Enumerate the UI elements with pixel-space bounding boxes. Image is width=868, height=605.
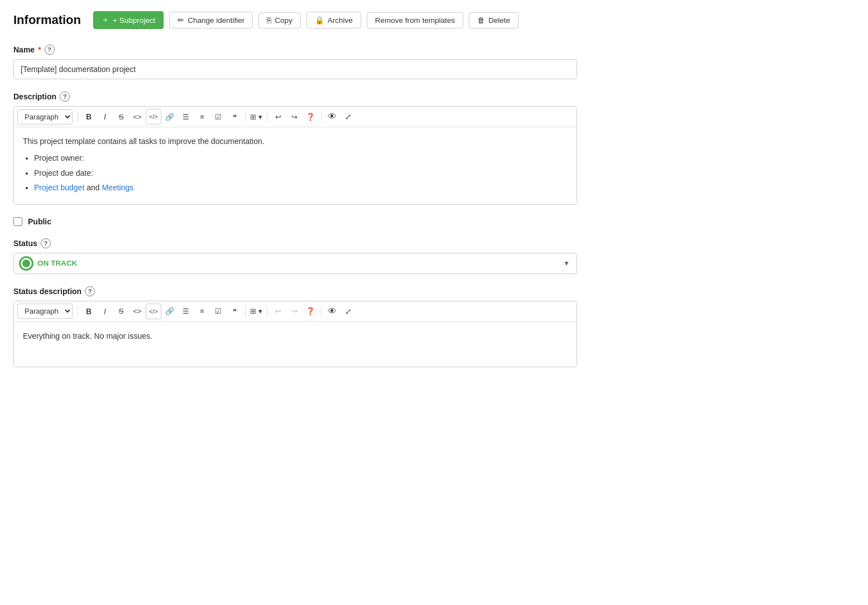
- fullscreen-button[interactable]: ⤢: [341, 109, 356, 124]
- name-label: Name * ?: [13, 45, 855, 55]
- sd-code-block-button[interactable]: </>: [146, 304, 161, 319]
- chevron-down-icon: ▼: [563, 260, 570, 267]
- blockquote-button[interactable]: ❝: [227, 109, 242, 124]
- bold-button[interactable]: B: [81, 109, 97, 124]
- sd-undo-button[interactable]: ↩: [270, 304, 286, 319]
- status-description-toolbar: Paragraph Heading 1 Heading 2 Heading 3 …: [14, 301, 577, 322]
- sd-unordered-list-button[interactable]: ☰: [178, 304, 194, 319]
- task-list-button[interactable]: ☑: [210, 109, 226, 124]
- status-description-section: Status description ? Paragraph Heading 1…: [13, 286, 855, 367]
- sd-code-button[interactable]: <>: [130, 304, 145, 319]
- redo-button[interactable]: ↪: [286, 109, 302, 124]
- meetings-link[interactable]: Meetings: [102, 183, 133, 192]
- sd-task-list-button[interactable]: ☑: [210, 304, 226, 319]
- sd-table-button[interactable]: ⊞ ▾: [248, 304, 264, 319]
- name-section: Name * ?: [13, 45, 855, 79]
- name-input[interactable]: [13, 59, 577, 79]
- plus-icon: ＋: [102, 15, 109, 25]
- list-item-budget: Project budget and Meetings: [34, 181, 568, 194]
- help-button[interactable]: ❓: [303, 109, 318, 124]
- archive-button[interactable]: 🔒 Archive: [306, 12, 361, 28]
- list-item-due-date: Project due date:: [34, 167, 568, 179]
- toolbar-divider-2: [245, 111, 246, 122]
- sd-redo-button[interactable]: ↪: [286, 304, 302, 319]
- toolbar-divider-3: [267, 111, 267, 122]
- delete-button[interactable]: 🗑 Delete: [469, 12, 519, 28]
- project-budget-link[interactable]: Project budget: [34, 183, 84, 192]
- sd-link-button[interactable]: 🔗: [162, 304, 178, 319]
- public-section: Public: [13, 217, 855, 226]
- italic-button[interactable]: I: [97, 109, 113, 124]
- pencil-icon: ✏: [178, 16, 184, 25]
- status-description-label: Status description ?: [13, 286, 855, 296]
- sd-bold-button[interactable]: B: [81, 304, 97, 319]
- copy-button[interactable]: ⎘ Copy: [258, 12, 301, 28]
- paragraph-select[interactable]: Paragraph Heading 1 Heading 2 Heading 3: [17, 109, 73, 124]
- trash-icon: 🗑: [477, 16, 485, 25]
- description-label: Description ?: [13, 92, 855, 102]
- sd-preview-button[interactable]: 👁: [324, 304, 340, 319]
- lock-icon: 🔒: [315, 16, 324, 25]
- status-paragraph-select[interactable]: Paragraph Heading 1 Heading 2 Heading 3: [17, 304, 73, 319]
- page-title: Information: [13, 13, 81, 27]
- link-button[interactable]: 🔗: [162, 109, 178, 124]
- status-label: Status ?: [13, 238, 855, 248]
- status-value: ON TRACK: [37, 259, 563, 267]
- strikethrough-button[interactable]: S: [113, 109, 129, 124]
- status-description-editor: Paragraph Heading 1 Heading 2 Heading 3 …: [13, 301, 577, 367]
- description-help-icon[interactable]: ?: [60, 92, 70, 102]
- sd-ordered-list-button[interactable]: ≡: [194, 304, 210, 319]
- code-block-button[interactable]: </>: [146, 109, 161, 124]
- description-content[interactable]: This project template contains all tasks…: [14, 127, 577, 204]
- status-description-help-icon[interactable]: ?: [85, 286, 95, 296]
- name-help-icon[interactable]: ?: [45, 45, 55, 55]
- sd-help-button[interactable]: ❓: [303, 304, 318, 319]
- toolbar-divider-1: [78, 111, 78, 122]
- public-checkbox[interactable]: [13, 217, 22, 226]
- code-button[interactable]: <>: [130, 109, 145, 124]
- status-dot: [21, 258, 32, 269]
- public-label[interactable]: Public: [28, 217, 51, 226]
- change-identifier-button[interactable]: ✏ Change identifier: [169, 12, 253, 28]
- status-description-content[interactable]: Everything on track. No major issues.: [14, 322, 577, 367]
- list-item-owner: Project owner:: [34, 152, 568, 164]
- description-toolbar: Paragraph Heading 1 Heading 2 Heading 3 …: [14, 107, 577, 127]
- status-help-icon[interactable]: ?: [41, 238, 51, 248]
- sd-blockquote-button[interactable]: ❝: [227, 304, 242, 319]
- table-button[interactable]: ⊞ ▾: [248, 109, 264, 124]
- sd-strikethrough-button[interactable]: S: [113, 304, 129, 319]
- sd-fullscreen-button[interactable]: ⤢: [341, 304, 356, 319]
- sd-toolbar-divider-3: [267, 306, 267, 317]
- sd-toolbar-divider-2: [245, 306, 246, 317]
- sd-toolbar-divider-4: [321, 306, 322, 317]
- sd-italic-button[interactable]: I: [97, 304, 113, 319]
- copy-icon: ⎘: [267, 16, 271, 25]
- preview-button[interactable]: 👁: [324, 109, 340, 124]
- description-list: Project owner: Project due date: Project…: [34, 152, 568, 194]
- status-dropdown[interactable]: ON TRACK ▼: [13, 253, 577, 274]
- toolbar-divider-4: [321, 111, 322, 122]
- ordered-list-button[interactable]: ≡: [194, 109, 210, 124]
- subproject-button[interactable]: ＋ + Subproject: [93, 11, 164, 29]
- unordered-list-button[interactable]: ☰: [178, 109, 194, 124]
- description-editor: Paragraph Heading 1 Heading 2 Heading 3 …: [13, 106, 577, 205]
- undo-button[interactable]: ↩: [270, 109, 286, 124]
- page-header: Information ＋ + Subproject ✏ Change iden…: [13, 11, 855, 29]
- status-section: Status ? ON TRACK ▼: [13, 238, 855, 274]
- sd-toolbar-divider-1: [78, 306, 78, 317]
- description-section: Description ? Paragraph Heading 1 Headin…: [13, 92, 855, 205]
- remove-from-templates-button[interactable]: Remove from templates: [367, 12, 463, 28]
